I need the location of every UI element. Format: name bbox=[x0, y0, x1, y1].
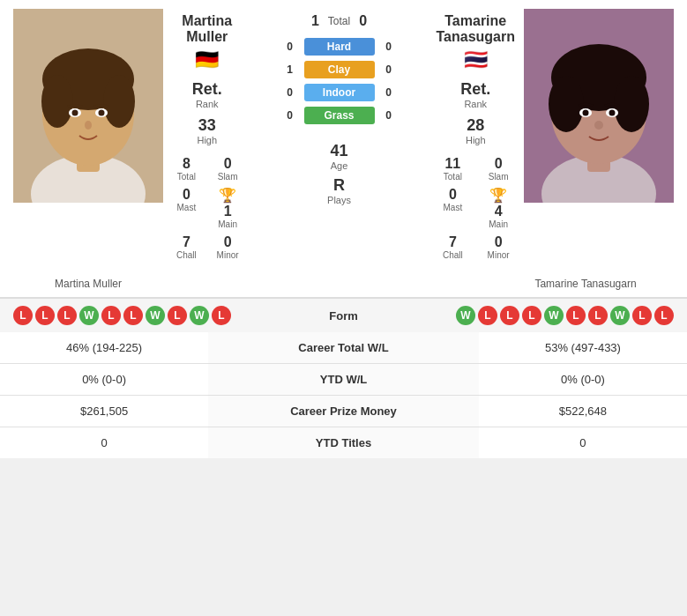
main-container: Martina Muller 🇩🇪 Ret. Rank 33 High 8 To… bbox=[0, 0, 687, 458]
top-section: Martina Muller 🇩🇪 Ret. Rank 33 High 8 To… bbox=[0, 0, 687, 273]
career-stat-label-0: Career Total W/L bbox=[208, 332, 479, 364]
form-ball-l: L bbox=[57, 306, 77, 325]
center-stats: 41 Age R Plays bbox=[251, 137, 428, 205]
left-mast-value: 0 bbox=[183, 187, 190, 203]
left-rank-value: Ret. bbox=[192, 80, 222, 99]
career-stat-row-3: 0 YTD Titles 0 bbox=[0, 427, 687, 459]
left-high-stat: 33 High bbox=[197, 116, 217, 145]
right-mast-label: Mast bbox=[444, 203, 463, 212]
career-stat-right-2: $522,648 bbox=[479, 396, 687, 427]
left-form-balls: LLLWLLWLWL bbox=[13, 306, 231, 325]
form-section: LLLWLLWLWL Form WLLLWLLWLL bbox=[0, 298, 687, 332]
left-trophy-icon: 🏆 bbox=[219, 187, 236, 204]
right-main-value: 4 bbox=[495, 204, 503, 219]
svg-point-10 bbox=[99, 110, 105, 116]
right-chall-value: 7 bbox=[449, 234, 457, 250]
left-chall-stat: 7 Chall bbox=[172, 234, 201, 260]
form-ball-l: L bbox=[13, 306, 33, 325]
right-player-name: Tamarine Tanasugarn bbox=[437, 13, 516, 45]
names-row: Martina Muller Tamarine Tanasugarn bbox=[0, 273, 687, 298]
surface-rows: 0 Hard 0 1 Clay 0 0 Indoor 0 0 Grass 0 bbox=[251, 38, 428, 124]
left-mast-stat: 0 Mast bbox=[172, 187, 201, 229]
left-plays-value: R bbox=[333, 176, 345, 195]
form-ball-l: L bbox=[478, 306, 497, 325]
left-rank-label: Rank bbox=[196, 99, 219, 109]
form-ball-w: W bbox=[610, 306, 630, 325]
career-stat-row-1: 0% (0-0) YTD W/L 0% (0-0) bbox=[0, 364, 687, 396]
career-stat-left-1: 0% (0-0) bbox=[0, 364, 208, 396]
right-player-stats: Tamarine Tanasugarn 🇹🇭 Ret. Rank 28 High… bbox=[428, 9, 525, 264]
svg-point-23 bbox=[594, 121, 603, 130]
left-player-stats: Martina Muller 🇩🇪 Ret. Rank 33 High 8 To… bbox=[163, 9, 251, 264]
right-total-score: 0 bbox=[359, 13, 367, 29]
svg-point-22 bbox=[609, 110, 616, 116]
left-stats-grid: 8 Total 0 Slam 0 Mast 🏆 1 Main 7 bbox=[172, 156, 243, 260]
right-total-label: Total bbox=[444, 172, 462, 182]
career-stat-right-3: 0 bbox=[479, 427, 687, 459]
form-ball-l: L bbox=[35, 306, 55, 325]
form-ball-l: L bbox=[123, 306, 143, 325]
left-slam-value: 0 bbox=[224, 156, 232, 172]
form-ball-l: L bbox=[522, 306, 541, 325]
left-plays-label: Plays bbox=[327, 195, 351, 205]
surface-row-grass: 0 Grass 0 bbox=[251, 107, 428, 124]
left-player-name: Martina Muller bbox=[172, 13, 243, 45]
surface-right-score: 0 bbox=[382, 41, 396, 53]
form-ball-w: W bbox=[79, 306, 99, 325]
form-ball-l: L bbox=[500, 306, 519, 325]
form-ball-l: L bbox=[101, 306, 121, 325]
surface-left-score: 1 bbox=[283, 63, 297, 76]
right-slam-label: Slam bbox=[489, 172, 509, 182]
left-mast-label: Mast bbox=[177, 203, 197, 212]
svg-point-6 bbox=[103, 75, 135, 128]
left-age-value: 41 bbox=[330, 142, 347, 160]
left-slam-label: Slam bbox=[218, 172, 238, 182]
right-minor-label: Minor bbox=[488, 250, 510, 260]
surface-row-indoor: 0 Indoor 0 bbox=[251, 84, 428, 101]
right-high-stat: 28 High bbox=[466, 116, 486, 145]
surface-left-score: 0 bbox=[283, 109, 297, 122]
center-section: 1 Total 0 0 Hard 0 1 Clay 0 0 Indoor 0 0… bbox=[251, 9, 428, 264]
svg-point-5 bbox=[41, 75, 73, 128]
total-row: 1 Total 0 bbox=[311, 13, 367, 29]
right-stats-grid: 11 Total 0 Slam 0 Mast 🏆 4 Main 7 bbox=[437, 156, 516, 260]
svg-point-21 bbox=[583, 110, 589, 116]
surface-row-clay: 1 Clay 0 bbox=[251, 61, 428, 78]
surface-right-score: 0 bbox=[382, 109, 396, 122]
form-ball-l: L bbox=[168, 306, 187, 325]
right-form-balls: WLLLWLLWLL bbox=[456, 306, 674, 325]
left-slam-stat: 0 Slam bbox=[213, 156, 243, 182]
right-mast-value: 0 bbox=[449, 187, 457, 203]
left-total-stat: 8 Total bbox=[172, 156, 201, 182]
surface-badge-indoor: Indoor bbox=[304, 84, 375, 101]
svg-point-17 bbox=[549, 76, 584, 132]
center-age-stat: 41 Age bbox=[330, 142, 347, 171]
right-slam-value: 0 bbox=[495, 156, 503, 172]
right-rank-stat: Ret. Rank bbox=[460, 80, 490, 109]
left-minor-value: 0 bbox=[224, 234, 232, 250]
svg-point-9 bbox=[72, 110, 78, 116]
surface-right-score: 0 bbox=[382, 63, 396, 76]
right-total-value: 11 bbox=[444, 156, 460, 172]
left-high-value: 33 bbox=[198, 116, 216, 135]
form-ball-l: L bbox=[212, 306, 231, 325]
right-high-label: High bbox=[466, 135, 486, 145]
surface-badge-grass: Grass bbox=[304, 107, 375, 124]
right-main-trophy: 🏆 4 Main bbox=[482, 187, 515, 229]
right-mast-stat: 0 Mast bbox=[437, 187, 470, 229]
career-stat-left-2: $261,505 bbox=[0, 396, 208, 427]
left-main-label: Main bbox=[218, 219, 237, 229]
left-minor-label: Minor bbox=[217, 250, 239, 260]
left-chall-label: Chall bbox=[176, 250, 197, 260]
left-total-score: 1 bbox=[311, 13, 319, 29]
right-chall-stat: 7 Chall bbox=[437, 234, 470, 260]
left-main-value: 1 bbox=[224, 204, 232, 219]
right-total-stat: 11 Total bbox=[437, 156, 470, 182]
left-total-value: 8 bbox=[183, 156, 190, 172]
career-stat-left-3: 0 bbox=[0, 427, 208, 459]
right-rank-value: Ret. bbox=[460, 80, 490, 99]
form-ball-w: W bbox=[190, 306, 209, 325]
career-stat-label-3: YTD Titles bbox=[208, 427, 479, 459]
right-slam-stat: 0 Slam bbox=[482, 156, 515, 182]
right-rank-label: Rank bbox=[464, 99, 487, 109]
